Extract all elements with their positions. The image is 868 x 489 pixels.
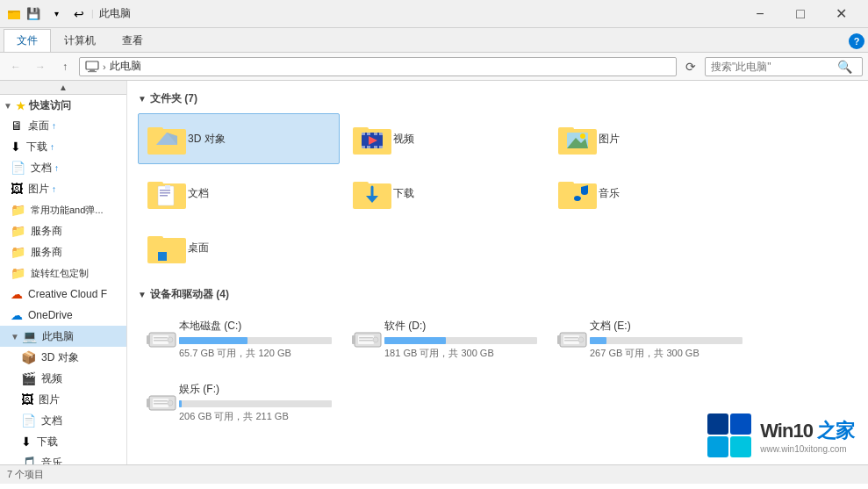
address-bar: ← → ↑ › 此电脑 ⟳ 🔍 bbox=[0, 53, 868, 81]
tab-computer[interactable]: 计算机 bbox=[51, 29, 109, 52]
sidebar-item-downloads-pc[interactable]: ⬇ 下载 bbox=[0, 431, 127, 452]
watermark: Win10 之家 www.win10xitong.com bbox=[707, 413, 854, 457]
tab-file[interactable]: 文件 bbox=[4, 29, 51, 52]
title-bar-undo-icon[interactable]: ↩ bbox=[68, 4, 90, 25]
status-text: 7 个项目 bbox=[7, 468, 44, 481]
svg-rect-2 bbox=[8, 11, 13, 13]
drive-icon-e bbox=[556, 322, 590, 356]
watermark-text: Win10 之家 www.win10xitong.com bbox=[760, 418, 854, 454]
minimize-button[interactable]: − bbox=[740, 0, 780, 28]
svg-rect-24 bbox=[558, 127, 574, 132]
drive-info-d: 软件 (D:) 181 GB 可用，共 300 GB bbox=[384, 319, 537, 360]
sidebar-desktop-label: 桌面 bbox=[28, 119, 49, 133]
address-path-text: 此电脑 bbox=[110, 59, 141, 74]
drive-bar-f bbox=[179, 400, 332, 407]
folder-icon-desktop bbox=[146, 229, 188, 266]
sidebar-item-this-pc[interactable]: ▼ 💻 此电脑 bbox=[0, 326, 127, 347]
folder-name-music: 音乐 bbox=[599, 186, 620, 201]
sidebar-item-creative-cloud[interactable]: ☁ Creative Cloud F bbox=[0, 284, 127, 305]
title-bar-dropdown-icon[interactable]: ▾ bbox=[46, 4, 67, 25]
sidebar-scroll-up[interactable]: ▲ bbox=[0, 81, 126, 95]
back-button[interactable]: ← bbox=[5, 56, 26, 77]
sidebar-creative-cloud-label: Creative Cloud F bbox=[28, 288, 107, 300]
svg-rect-64 bbox=[564, 337, 578, 339]
svg-rect-65 bbox=[564, 340, 578, 342]
drives-section-header: ▼ 设备和驱动器 (4) bbox=[138, 287, 857, 302]
sidebar-rotation-label: 旋转红包定制 bbox=[31, 267, 89, 280]
folders-collapse-icon[interactable]: ▼ bbox=[138, 94, 147, 104]
sidebar-item-music-pc[interactable]: 🎵 音乐 bbox=[0, 452, 127, 464]
sidebar-onedrive-label: OneDrive bbox=[28, 309, 73, 321]
logo-sq-bl bbox=[707, 436, 728, 457]
folder-name-video: 视频 bbox=[393, 132, 414, 147]
svg-rect-14 bbox=[362, 133, 365, 135]
drive-item-d[interactable]: 软件 (D:) 181 GB 可用，共 300 GB bbox=[343, 309, 545, 369]
sidebar-quick-access-header[interactable]: ▼ ★ 快速访问 bbox=[0, 95, 127, 115]
folder-name-desktop: 桌面 bbox=[188, 241, 209, 255]
folder-item-documents[interactable]: 文档 bbox=[138, 168, 340, 219]
folder-item-music[interactable]: 音乐 bbox=[549, 168, 750, 219]
sidebar-vendor2-label: 服务商 bbox=[31, 245, 62, 260]
forward-button[interactable]: → bbox=[30, 56, 51, 77]
sidebar-item-videos[interactable]: 🎬 视频 bbox=[0, 368, 127, 389]
drive-bar-c bbox=[179, 337, 332, 344]
folder-name-3d: 3D 对象 bbox=[188, 132, 226, 147]
drive-item-e[interactable]: 文档 (E:) 267 GB 可用，共 300 GB bbox=[549, 309, 750, 369]
drive-item-f[interactable]: 娱乐 (F:) 206 GB 可用，共 211 GB bbox=[138, 372, 340, 432]
sidebar-item-vendor1[interactable]: 📁 服务商 bbox=[0, 220, 127, 241]
drive-item-c[interactable]: 本地磁盘 (C:) 65.7 GB 可用，共 120 GB bbox=[138, 309, 340, 369]
close-button[interactable]: ✕ bbox=[821, 0, 861, 28]
documents-icon: 📄 bbox=[11, 161, 25, 175]
logo-sq-br bbox=[730, 436, 751, 457]
svg-rect-41 bbox=[558, 182, 574, 186]
svg-rect-50 bbox=[154, 337, 168, 339]
drive-fill-f bbox=[179, 400, 182, 407]
address-path-arrow: › bbox=[103, 61, 106, 72]
sidebar-item-common[interactable]: 📁 常用功能and弹... bbox=[0, 199, 127, 220]
drives-collapse-icon[interactable]: ▼ bbox=[138, 290, 147, 299]
tab-view[interactable]: 查看 bbox=[109, 29, 156, 52]
folder-item-3d[interactable]: 3D 对象 bbox=[138, 113, 340, 164]
sidebar-item-3d-objects[interactable]: 📦 3D 对象 bbox=[0, 347, 127, 368]
folder-item-desktop[interactable]: 桌面 bbox=[138, 222, 340, 273]
sidebar-item-pictures-pc[interactable]: 🖼 图片 bbox=[0, 389, 127, 410]
svg-rect-18 bbox=[362, 146, 365, 148]
folder-item-downloads[interactable]: 下载 bbox=[343, 168, 545, 219]
refresh-button[interactable]: ⟳ bbox=[680, 56, 701, 77]
folders-section-header: ▼ 文件夹 (7) bbox=[138, 91, 857, 106]
folder-item-pictures[interactable]: 图片 bbox=[549, 113, 750, 164]
title-bar-save-icon[interactable]: 💾 bbox=[23, 4, 44, 25]
sidebar-item-vendor2[interactable]: 📁 服务商 bbox=[0, 241, 127, 262]
drive-fill-d bbox=[384, 337, 446, 344]
sidebar-item-docs-pc[interactable]: 📄 文档 bbox=[0, 410, 127, 431]
help-icon[interactable]: ? bbox=[849, 33, 864, 49]
sidebar-item-desktop[interactable]: 🖥 桌面 ↑ bbox=[0, 115, 127, 136]
folder-icon-vendor1: 📁 bbox=[11, 224, 25, 238]
folder-item-video[interactable]: 视频 bbox=[343, 113, 545, 164]
pictures-icon: 🖼 bbox=[11, 182, 23, 196]
search-input[interactable] bbox=[711, 61, 834, 73]
svg-rect-17 bbox=[379, 133, 383, 135]
sidebar-common-label: 常用功能and弹... bbox=[31, 204, 104, 217]
folder-icon-rotation: 📁 bbox=[11, 266, 25, 280]
svg-rect-3 bbox=[86, 61, 98, 69]
svg-rect-12 bbox=[353, 127, 369, 132]
drive-info-f: 娱乐 (F:) 206 GB 可用，共 211 GB bbox=[179, 382, 332, 423]
svg-rect-44 bbox=[158, 252, 167, 261]
drive-icon-c bbox=[146, 322, 179, 356]
sidebar-item-rotation[interactable]: 📁 旋转红包定制 bbox=[0, 262, 127, 284]
up-button[interactable]: ↑ bbox=[54, 56, 75, 77]
sidebar-item-downloads[interactable]: ⬇ 下载 ↑ bbox=[0, 136, 127, 157]
svg-rect-61 bbox=[557, 335, 561, 344]
creative-cloud-icon: ☁ bbox=[11, 287, 23, 301]
sidebar-item-pictures[interactable]: 🖼 图片 ↑ bbox=[0, 178, 127, 199]
sidebar-item-documents[interactable]: 📄 文档 ↑ bbox=[0, 157, 127, 178]
sidebar-quick-access-label: 快速访问 bbox=[29, 98, 71, 113]
watermark-url: www.win10xitong.com bbox=[760, 444, 854, 454]
restore-button[interactable]: □ bbox=[780, 0, 821, 28]
sidebar-downloads-label: 下载 bbox=[26, 140, 47, 155]
sidebar-vendor1-label: 服务商 bbox=[31, 224, 62, 239]
svg-point-49 bbox=[168, 337, 173, 342]
svg-rect-4 bbox=[90, 69, 95, 71]
sidebar-item-onedrive[interactable]: ☁ OneDrive bbox=[0, 305, 127, 326]
